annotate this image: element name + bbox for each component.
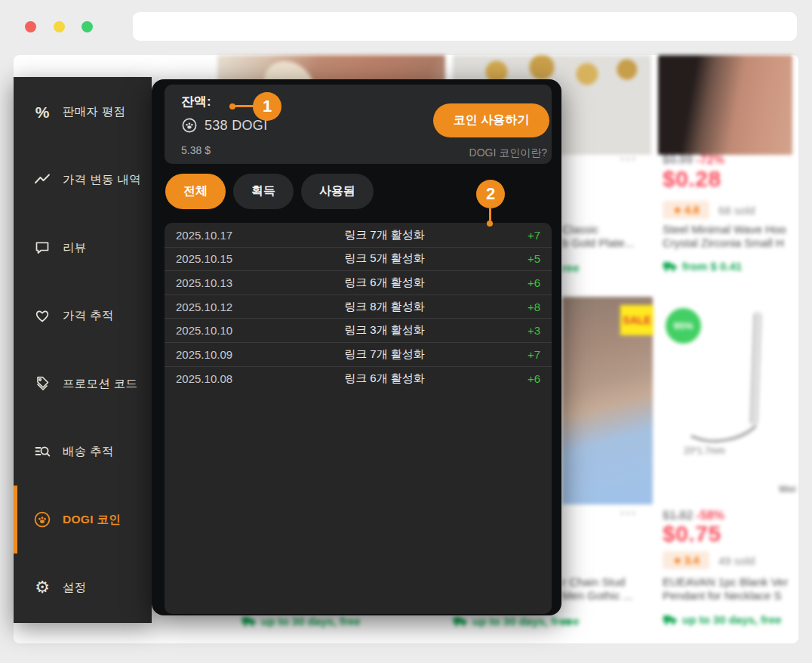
gear-icon: ⚙ <box>33 579 51 596</box>
sidebar-item-price-history[interactable]: 가격 변동 내역 <box>14 146 152 214</box>
sidebar-item-seller-rating[interactable]: % 판매자 평점 <box>14 78 152 146</box>
shipping-info: from $ 0.41 <box>663 260 742 273</box>
history-amount: +6 <box>497 372 540 385</box>
balance-label: 잔액: <box>181 93 211 110</box>
sale-price: $0.28 <box>663 166 721 192</box>
close-window-button[interactable] <box>25 21 36 32</box>
card-menu-dots[interactable]: ··· <box>620 152 638 167</box>
what-is-dogi-link[interactable]: DOGI 코인이란? <box>469 146 547 160</box>
truck-icon <box>453 616 468 627</box>
annotation-1-circle: 1 <box>253 92 281 121</box>
product-title-line[interactable]: r Chain Stud <box>562 575 625 589</box>
history-amount: +7 <box>497 229 540 242</box>
sidebar-item-label: 프로모션 코드 <box>63 376 137 392</box>
track-search-icon <box>33 443 51 460</box>
history-amount: +3 <box>497 324 540 337</box>
shipping-info: up to 30 days, free <box>663 613 782 626</box>
history-amount: +7 <box>497 348 540 361</box>
sold-count: 49 sold <box>718 554 755 567</box>
sidebar-item-label: DOGI 코인 <box>63 512 121 528</box>
paw-coin-icon <box>33 510 51 529</box>
history-row[interactable]: 2025.10.15 링크 5개 활성화 +5 <box>165 248 552 272</box>
extension-sidebar: % 판매자 평점 가격 변동 내역 리뷰 가격 추적 프로모션 코드 <box>14 77 152 623</box>
dimension-text: 20*1.7mm <box>684 446 725 456</box>
history-description: 링크 7개 활성화 <box>272 228 497 242</box>
coin-amount: 538 DOGI <box>205 118 267 134</box>
star-icon: ★ <box>672 554 682 566</box>
sale-badge: SALE <box>620 305 654 335</box>
weight-text: Wei <box>779 483 796 495</box>
shipping-info: up to 30 days, free <box>453 615 572 628</box>
history-row[interactable]: 2025.10.09 링크 7개 활성화 +7 <box>165 343 552 367</box>
heart-icon <box>33 307 51 324</box>
shipping-info: up to 30 days, free <box>241 615 361 628</box>
history-amount: +6 <box>497 276 540 289</box>
history-amount: +8 <box>497 301 540 313</box>
sidebar-item-dogi-coin[interactable]: DOGI 코인 <box>14 486 152 554</box>
rating-value: 4.8 <box>684 204 699 216</box>
history-date: 2025.10.13 <box>176 276 272 289</box>
discount-percent: -72% <box>697 153 724 166</box>
product-title-line[interactable]: Men Gothic ... <box>562 589 632 603</box>
rating-badge: ★ 4.8 <box>663 201 709 219</box>
coin-balance: 538 DOGI <box>181 117 267 134</box>
sidebar-item-settings[interactable]: ⚙ 설정 <box>14 554 152 621</box>
sidebar-item-price-tracking[interactable]: 가격 추적 <box>14 282 152 350</box>
history-row[interactable]: 2025.10.10 링크 3개 활성화 +3 <box>165 319 552 343</box>
product-title-line[interactable]: b Gold Plate... <box>562 236 634 250</box>
browser-window: ··· Classic b Gold Plate... ree $0.99 -7… <box>0 0 812 663</box>
product-title-line[interactable]: Crystal Zirconia Small H <box>663 236 784 250</box>
shipping-text: from $ 0.41 <box>682 260 742 273</box>
sidebar-item-label: 배송 추적 <box>63 444 114 460</box>
dogi-coin-panel: 잔액: 538 DOGI 5.38 $ 코인 사용하기 DOGI 코인이란? 전… <box>152 79 561 615</box>
use-coins-button[interactable]: 코인 사용하기 <box>433 103 549 137</box>
shipping-text: up to 30 days, free <box>472 615 572 628</box>
history-row[interactable]: 2025.10.08 링크 6개 활성화 +6 <box>165 367 552 391</box>
annotation-1-line <box>235 105 254 107</box>
sidebar-item-label: 리뷰 <box>63 240 87 256</box>
tab-all[interactable]: 전체 <box>165 174 226 209</box>
product-title-line[interactable]: Pendant for Necklace S <box>663 589 782 603</box>
product-title-line[interactable]: Steel Minimal Wave Hoo <box>663 223 786 236</box>
sidebar-item-promo-codes[interactable]: 프로모션 코드 <box>14 350 152 418</box>
product-title-line[interactable]: EUEAVAN 1pc Blank Ver <box>663 575 788 589</box>
sidebar-item-label: 가격 변동 내역 <box>63 172 141 188</box>
trend-icon <box>33 171 51 188</box>
annotation-2-dot <box>487 220 493 227</box>
address-bar[interactable] <box>133 12 797 41</box>
rating-value: 3.4 <box>684 554 699 566</box>
sidebar-item-label: 가격 추적 <box>63 308 114 324</box>
tab-used[interactable]: 사용됨 <box>301 174 374 209</box>
sale-price: $0.75 <box>663 521 721 547</box>
shipping-text: up to 30 days, free <box>261 615 361 628</box>
history-row[interactable]: 2025.10.13 링크 6개 활성화 +6 <box>165 271 552 295</box>
product-title-line[interactable]: Classic <box>562 223 598 236</box>
history-date: 2025.10.12 <box>176 301 272 313</box>
rating-badge: ★ 3.4 <box>663 551 709 569</box>
maximize-window-button[interactable] <box>82 21 93 32</box>
usd-value: 5.38 $ <box>181 144 211 156</box>
history-date: 2025.10.10 <box>176 324 272 337</box>
original-price: $0.99 <box>663 153 693 166</box>
history-description: 링크 6개 활성화 <box>272 372 497 386</box>
card-menu-dots[interactable]: ··· <box>620 506 638 521</box>
history-date: 2025.10.08 <box>176 372 272 385</box>
minimize-window-button[interactable] <box>54 21 65 32</box>
sidebar-item-reviews[interactable]: 리뷰 <box>14 214 152 282</box>
history-row[interactable]: 2025.10.12 링크 8개 활성화 +8 <box>165 295 552 319</box>
chat-icon <box>33 239 51 256</box>
history-description: 링크 5개 활성화 <box>272 251 497 266</box>
product-photo-earring[interactable] <box>658 55 792 155</box>
history-row[interactable]: 2025.10.17 링크 7개 활성화 +7 <box>165 224 552 248</box>
history-description: 링크 3개 활성화 <box>272 323 497 338</box>
shipping-text: ree <box>562 261 580 274</box>
annotation-2-line <box>489 208 491 220</box>
discount-circle-badge: 95% <box>666 308 701 344</box>
sidebar-item-label: 설정 <box>63 580 87 596</box>
sidebar-item-shipping-tracking[interactable]: 배송 추적 <box>14 418 152 486</box>
star-icon: ★ <box>672 204 682 216</box>
sidebar-item-label: 판매자 평점 <box>63 104 126 120</box>
tab-earned[interactable]: 획득 <box>233 174 294 209</box>
discount-percent: -58% <box>697 509 724 522</box>
history-description: 링크 6개 활성화 <box>272 276 497 290</box>
